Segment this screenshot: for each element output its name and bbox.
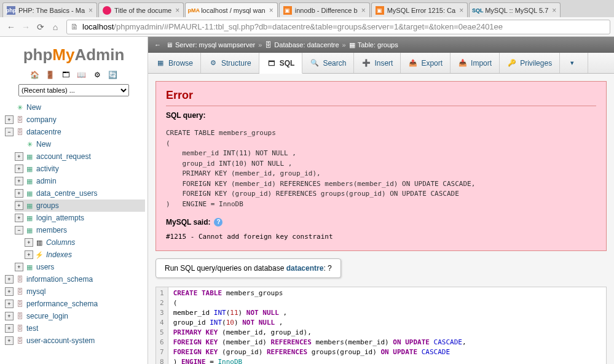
export-icon: 📤 bbox=[408, 58, 418, 68]
close-icon[interactable]: × bbox=[269, 6, 274, 15]
browser-tab[interactable]: Title of the docume× bbox=[98, 2, 184, 17]
browser-tab[interactable]: ▣innodb - Difference b× bbox=[279, 2, 370, 17]
tab-title: innodb - Difference b bbox=[295, 7, 358, 14]
browser-tab[interactable]: phpPHP: The Basics - Ma× bbox=[2, 2, 97, 17]
database-icon: 🗄 bbox=[15, 115, 25, 124]
tree-indexes[interactable]: +⚡Indexes bbox=[25, 249, 145, 261]
nav-tab-search[interactable]: 🔍Search bbox=[302, 53, 354, 73]
database-icon: 🗄 bbox=[15, 324, 25, 333]
breadcrumb-database[interactable]: datacentre bbox=[307, 41, 339, 48]
close-icon[interactable]: × bbox=[89, 6, 93, 15]
nav-tab-import[interactable]: 📥Import bbox=[451, 53, 500, 73]
top-nav-tabs: ▦Browse⚙Structure🗔SQL🔍Search➕Insert📤Expo… bbox=[148, 53, 614, 74]
tree-db-datacentre[interactable]: −🗄datacentre bbox=[5, 126, 145, 138]
url-bar[interactable]: 🗎 localhost/phpmyadmin/#PMAURL-11:tbl_sq… bbox=[66, 20, 610, 34]
database-icon: 🗄 bbox=[15, 312, 25, 320]
nav-back-button[interactable]: ← bbox=[4, 20, 18, 34]
tree-db-company[interactable]: +🗄company bbox=[5, 114, 145, 126]
browser-tab[interactable]: pMAlocalhost / mysql wan× bbox=[185, 2, 278, 17]
pma-logo: phpMyAdmin bbox=[2, 45, 145, 64]
favicon-icon bbox=[103, 6, 111, 15]
breadcrumb-table[interactable]: groups bbox=[377, 41, 398, 48]
table-icon: ▦ bbox=[25, 214, 34, 222]
reload-icon[interactable]: 🔄 bbox=[108, 71, 117, 80]
columns-icon: ▥ bbox=[34, 238, 44, 247]
breadcrumb-toggle[interactable]: ← bbox=[154, 41, 161, 48]
tree-db-test[interactable]: +🗄test bbox=[5, 322, 145, 335]
server-icon: 🖥 bbox=[166, 41, 173, 48]
breadcrumb-server[interactable]: mysql wampserver bbox=[199, 41, 256, 48]
sql-icon: 🗔 bbox=[267, 58, 277, 68]
tree-new-table[interactable]: ✳New bbox=[15, 138, 145, 150]
collapse-icon[interactable]: − bbox=[15, 226, 23, 234]
tree-table-members[interactable]: −▦members bbox=[15, 224, 145, 236]
database-icon: 🗄 bbox=[15, 336, 25, 345]
breadcrumb: ← 🖥 Server: mysql wampserver » 🗄 Databas… bbox=[148, 37, 614, 53]
search-icon: 🔍 bbox=[310, 58, 320, 68]
sidebar: phpMyAdmin 🏠 🚪 🗔 📖 ⚙ 🔄 (Recent tables) .… bbox=[0, 37, 148, 364]
table-icon: ▦ bbox=[349, 41, 355, 49]
sql-query-label: SQL query: bbox=[166, 111, 596, 120]
nav-tab-sql[interactable]: 🗔SQL bbox=[259, 53, 303, 74]
tree-table-activity[interactable]: +▦activity bbox=[15, 163, 145, 175]
tree-db-mysql[interactable]: +🗄mysql bbox=[5, 285, 145, 298]
close-icon[interactable]: × bbox=[552, 6, 556, 15]
help-icon[interactable]: ? bbox=[214, 218, 222, 227]
database-icon: 🗄 bbox=[15, 128, 25, 136]
favicon-icon: ▣ bbox=[376, 6, 384, 15]
table-icon: ▦ bbox=[25, 189, 34, 198]
new-icon: ✳ bbox=[25, 140, 34, 149]
tree-table-data_centre_users[interactable]: +▦data_centre_users bbox=[15, 187, 145, 199]
nav-tab-insert[interactable]: ➕Insert bbox=[354, 53, 401, 73]
expand-icon[interactable]: + bbox=[5, 115, 14, 124]
tab-title: Title of the docume bbox=[114, 7, 171, 14]
settings-icon[interactable]: ⚙ bbox=[92, 71, 102, 80]
structure-icon: ⚙ bbox=[208, 58, 218, 68]
home-icon[interactable]: 🏠 bbox=[30, 71, 40, 80]
error-box: Error SQL query: CREATE TABLE members_gr… bbox=[155, 81, 607, 251]
close-icon[interactable]: × bbox=[361, 6, 366, 15]
logout-icon[interactable]: 🚪 bbox=[45, 71, 55, 80]
tree-new-db[interactable]: ✳New bbox=[5, 101, 145, 114]
sql-panel-header[interactable]: Run SQL query/queries on database datace… bbox=[155, 258, 341, 278]
db-tree: ✳New +🗄company −🗄datacentre ✳New +▦accou… bbox=[2, 101, 145, 347]
database-icon: 🗄 bbox=[265, 41, 272, 48]
tree-db-user-account-system[interactable]: +🗄user-account-system bbox=[5, 335, 145, 347]
close-icon[interactable]: × bbox=[459, 6, 463, 15]
database-icon: 🗄 bbox=[15, 287, 25, 296]
browser-tab[interactable]: ▣MySQL Error 1215: Ca× bbox=[371, 2, 468, 17]
mysql-said-label: MySQL said: ? bbox=[166, 218, 596, 227]
browser-toolbar: ← → ⟳ ⌂ 🗎 localhost/phpmyadmin/#PMAURL-1… bbox=[0, 17, 614, 37]
nav-tab-structure[interactable]: ⚙Structure bbox=[201, 53, 259, 73]
tree-table-users[interactable]: +▦users bbox=[15, 261, 145, 273]
browser-tab-strip: phpPHP: The Basics - Ma×Title of the doc… bbox=[0, 0, 614, 17]
tree-db-secure_login[interactable]: +🗄secure_login bbox=[5, 310, 145, 322]
nav-forward-button[interactable]: → bbox=[18, 20, 33, 34]
docs-icon[interactable]: 📖 bbox=[77, 71, 87, 80]
collapse-icon[interactable]: − bbox=[5, 128, 14, 136]
sql-editor[interactable]: 12345678 CREATE TABLE members_groups( me… bbox=[155, 287, 607, 364]
close-icon[interactable]: × bbox=[175, 6, 179, 15]
help-icon[interactable]: ? bbox=[328, 264, 332, 273]
tree-table-login_attempts[interactable]: +▦login_attempts bbox=[15, 212, 145, 224]
nav-tab-browse[interactable]: ▦Browse bbox=[148, 53, 201, 73]
editor-code[interactable]: CREATE TABLE members_groups( member_id I… bbox=[168, 287, 471, 364]
url-host: localhost bbox=[82, 22, 114, 31]
tree-columns[interactable]: +▥Columns bbox=[25, 236, 145, 249]
recent-tables-select[interactable]: (Recent tables) ... bbox=[18, 84, 129, 96]
tree-table-groups[interactable]: +▦groups bbox=[15, 199, 145, 212]
tree-table-admin[interactable]: +▦admin bbox=[15, 175, 145, 187]
tab-title: MySQL :: MySQL 5.7 bbox=[485, 7, 548, 14]
nav-tab-more[interactable]: ▾ bbox=[560, 53, 588, 73]
database-icon: 🗄 bbox=[15, 275, 25, 284]
nav-tab-privileges[interactable]: 🔑Privileges bbox=[500, 53, 560, 73]
nav-reload-button[interactable]: ⟳ bbox=[33, 20, 48, 34]
tree-db-information_schema[interactable]: +🗄information_schema bbox=[5, 273, 145, 285]
sql-icon[interactable]: 🗔 bbox=[61, 71, 71, 80]
tree-table-account_request[interactable]: +▦account_request bbox=[15, 150, 145, 163]
nav-home-button[interactable]: ⌂ bbox=[48, 20, 63, 34]
nav-tab-export[interactable]: 📤Export bbox=[401, 53, 451, 73]
browser-tab[interactable]: SQLMySQL :: MySQL 5.7× bbox=[469, 2, 561, 17]
sql-panel: Run SQL query/queries on database datace… bbox=[155, 258, 607, 364]
tree-db-performance_schema[interactable]: +🗄performance_schema bbox=[5, 298, 145, 310]
